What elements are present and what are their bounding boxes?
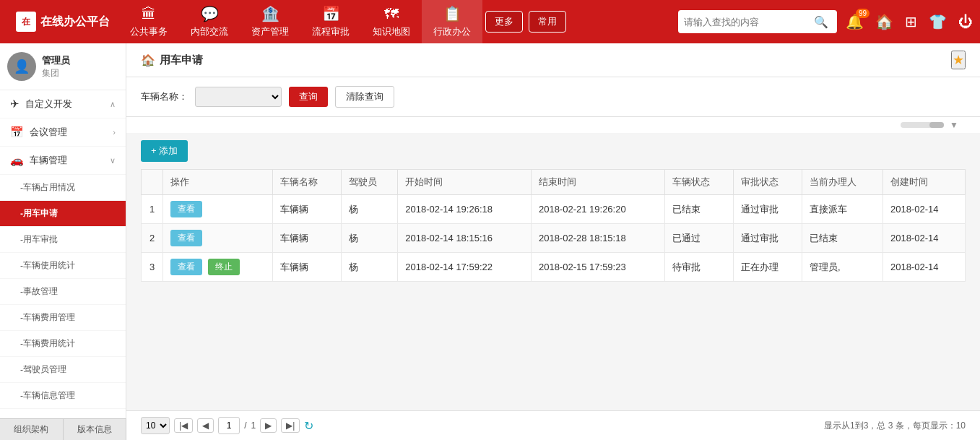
org-button[interactable]: 组织架构: [0, 419, 64, 440]
nav-public[interactable]: 🏛 公共事务: [118, 0, 179, 43]
table-row: 2 查看 车辆辆 杨 2018-02-14 18:15:16 2018-02-2…: [142, 224, 966, 253]
stop-button-2[interactable]: 终止: [208, 259, 240, 275]
grid-icon[interactable]: ⊞: [905, 13, 917, 30]
col-start: 开始时间: [398, 170, 532, 195]
col-handler: 当前办理人: [802, 170, 883, 195]
row-driver-0: 杨: [342, 195, 398, 224]
vehicle-name-label: 车辆名称：: [141, 90, 188, 103]
search-button[interactable]: 🔍: [814, 15, 828, 29]
prev-page-button[interactable]: ◀: [197, 418, 214, 433]
row-create-0: 2018-02-14: [883, 195, 965, 224]
table-row: 1 查看 车辆辆 杨 2018-02-14 19:26:18 2018-02-2…: [142, 195, 966, 224]
sidebar-item-vehicle-usage[interactable]: 车辆占用情况: [0, 175, 126, 201]
query-button[interactable]: 查询: [289, 87, 328, 107]
sidebar-item-vehicle-stats[interactable]: 车辆使用统计: [0, 253, 126, 279]
view-button-2[interactable]: 查看: [170, 259, 202, 275]
sidebar-item-custom-dev[interactable]: ✈ 自定义开发 ∧: [0, 90, 126, 118]
avatar: 👤: [7, 52, 36, 81]
nav-admin[interactable]: 📋 行政办公: [422, 0, 482, 43]
page-info: 显示从1到3，总 3 条，每页显示：10: [824, 420, 966, 432]
row-driver-2: 杨: [342, 253, 398, 282]
row-astatus-0: 通过审批: [733, 195, 802, 224]
nav-workflow-label: 流程审批: [312, 25, 350, 38]
sidebar-item-vehicle-approve[interactable]: 用车审批: [0, 227, 126, 253]
sidebar-item-expense-stats[interactable]: 车辆费用统计: [0, 331, 126, 357]
vehicle-apply-label: 用车申请: [23, 207, 58, 220]
search-input[interactable]: [684, 17, 814, 27]
row-op-2: 查看 终止: [163, 253, 273, 282]
nav-internal-label: 内部交流: [191, 25, 228, 38]
version-button[interactable]: 版本信息: [64, 419, 127, 440]
meeting-arrow: ›: [113, 128, 116, 137]
more-button[interactable]: 更多: [485, 11, 523, 33]
expense-stats-label: 车辆费用统计: [23, 337, 75, 350]
vehicle-select[interactable]: [195, 87, 282, 107]
last-page-button[interactable]: ▶|: [281, 418, 300, 433]
table-row: 3 查看 终止 车辆辆 杨 2018-02-14 17:59:22 2018-0…: [142, 253, 966, 282]
workflow-icon: 📅: [322, 5, 340, 22]
vehicle-info-label: 车辆信息管理: [23, 389, 75, 402]
admin-icon: 📋: [443, 5, 461, 22]
sidebar-item-vehicle-apply[interactable]: 用车申请: [0, 201, 126, 227]
breadcrumb-home-icon: 🏠: [141, 53, 155, 67]
accident-label: 事故管理: [23, 285, 58, 298]
sidebar-item-vehicle[interactable]: 🚗 车辆管理 ∨: [0, 147, 126, 175]
vehicle-icon: 🚗: [10, 154, 24, 167]
col-end: 结束时间: [531, 170, 664, 195]
logo-icon: 在: [16, 12, 36, 32]
row-num-2: 3: [142, 253, 163, 282]
scroll-track: [901, 122, 944, 128]
sidebar-item-vehicle-info[interactable]: 车辆信息管理: [0, 383, 126, 409]
page-number-input[interactable]: [218, 417, 240, 434]
sidebar-item-expense[interactable]: 车辆费用管理: [0, 305, 126, 331]
total-pages: 1: [251, 420, 256, 431]
nav-internal[interactable]: 💬 内部交流: [179, 0, 240, 43]
refresh-button[interactable]: ↻: [304, 419, 313, 433]
power-icon[interactable]: ⏻: [958, 14, 973, 30]
shirt-icon[interactable]: 👕: [929, 13, 947, 30]
driver-label: 驾驶员管理: [23, 363, 66, 376]
row-astatus-1: 通过审批: [733, 224, 802, 253]
col-driver: 驾驶员: [342, 170, 398, 195]
row-vehicle-2: 车辆辆: [272, 253, 341, 282]
meeting-label: 会议管理: [30, 126, 67, 139]
clear-query-button[interactable]: 清除查询: [335, 86, 394, 108]
row-vehicle-0: 车辆辆: [272, 195, 341, 224]
vehicle-stats-label: 车辆使用统计: [23, 259, 75, 272]
page-size-select[interactable]: 10 20 50: [141, 417, 170, 434]
nav-knowledge-label: 知识地图: [373, 25, 410, 38]
common-button[interactable]: 常用: [529, 11, 566, 33]
meeting-icon: 📅: [10, 126, 24, 139]
vehicle-usage-label: 车辆占用情况: [23, 181, 75, 194]
view-button-1[interactable]: 查看: [170, 230, 202, 246]
vehicle-arrow: ∨: [110, 156, 116, 165]
vehicle-label: 车辆管理: [30, 154, 67, 167]
next-page-button[interactable]: ▶: [260, 418, 277, 433]
pagination-bar: 10 20 50 |◀ ◀ / 1 ▶ ▶| ↻ 显示从1到3，总 3 条，每页…: [126, 410, 980, 440]
row-start-1: 2018-02-14 18:15:16: [398, 224, 532, 253]
add-button[interactable]: + 添加: [141, 140, 188, 162]
app-name: 在线办公平台: [40, 14, 110, 30]
custom-dev-arrow: ∧: [110, 100, 116, 109]
scroll-arrow: ▼: [950, 120, 958, 130]
nav-assets[interactable]: 🏦 资产管理: [240, 0, 300, 43]
home-nav-icon[interactable]: 🏠: [875, 13, 893, 30]
custom-dev-label: 自定义开发: [25, 98, 72, 111]
row-create-2: 2018-02-14: [883, 253, 965, 282]
notification-icon[interactable]: 🔔 99: [846, 13, 864, 30]
row-vehicle-1: 车辆辆: [272, 224, 341, 253]
sidebar-item-driver[interactable]: 驾驶员管理: [0, 357, 126, 383]
col-vehicle: 车辆名称: [272, 170, 341, 195]
row-driver-1: 杨: [342, 224, 398, 253]
nav-knowledge[interactable]: 🗺 知识地图: [361, 0, 422, 43]
search-bar: 🔍: [678, 10, 837, 33]
first-page-button[interactable]: |◀: [174, 418, 193, 433]
sidebar-item-meeting[interactable]: 📅 会议管理 ›: [0, 118, 126, 147]
sidebar-item-accident[interactable]: 事故管理: [0, 279, 126, 305]
notification-badge: 99: [856, 9, 870, 18]
nav-workflow[interactable]: 📅 流程审批: [300, 0, 361, 43]
favorite-button[interactable]: ★: [951, 51, 966, 69]
row-handler-2: 管理员,: [802, 253, 883, 282]
sidebar-menu: ✈ 自定义开发 ∧ 📅 会议管理 › 🚗 车辆管理 ∨: [0, 90, 126, 409]
view-button-0[interactable]: 查看: [170, 201, 202, 217]
